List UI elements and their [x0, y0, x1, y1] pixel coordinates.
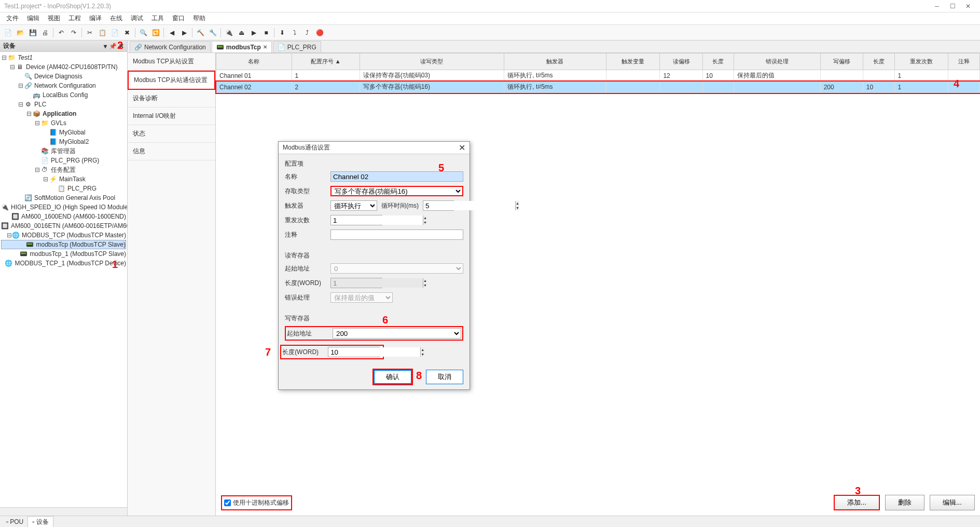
menu-工程[interactable]: 工程 — [64, 14, 85, 23]
panel-close-icon[interactable]: ✕ — [119, 43, 124, 50]
tree-node-AM600_1600END[interactable]: 🔲AM600_1600END (AM600-1600END) — [1, 212, 126, 221]
paste-icon[interactable]: 📄 — [109, 27, 120, 38]
login-icon[interactable]: 🔌 — [223, 27, 234, 38]
menu-帮助[interactable]: 帮助 — [189, 14, 210, 23]
bottom-tab-设备[interactable]: ▫设备 — [27, 516, 53, 528]
undo-icon[interactable]: ↶ — [56, 27, 67, 38]
tree-toggle-icon[interactable]: ⊟ — [9, 63, 16, 71]
dialog-close-icon[interactable]: ✕ — [459, 143, 465, 153]
delete-button[interactable]: 删除 — [885, 495, 924, 510]
side-tab-Internal I/O映射[interactable]: Internal I/O映射 — [128, 107, 215, 125]
cut-icon[interactable]: ✂ — [84, 27, 95, 38]
tab-close-icon[interactable]: ✕ — [263, 44, 267, 50]
write-addr-select[interactable]: 200 — [333, 328, 461, 339]
tree-node-PLC_PRG[interactable]: 📄PLC_PRG (PRG) — [1, 156, 126, 165]
stop-icon[interactable]: ■ — [260, 27, 272, 38]
tree-node-MODBUS_TCP_1[interactable]: 🌐MODBUS_TCP_1 (ModbusTCP Device) — [1, 259, 126, 268]
close-button[interactable]: ✕ — [960, 1, 976, 11]
menu-在线[interactable]: 在线 — [106, 14, 127, 23]
side-tab-状态[interactable]: 状态 — [128, 125, 215, 143]
trigger-select[interactable]: 循环执行 — [330, 200, 377, 211]
step-over-icon[interactable]: ⤵ — [289, 27, 300, 38]
tree-toggle-icon[interactable]: ⊟ — [18, 101, 24, 108]
tree-node-Network[interactable]: ⊟🔗Network Configuration — [1, 81, 126, 90]
table-row[interactable]: Channel 011读保持寄存器(功能码03)循环执行, t#5ms1210保… — [216, 70, 980, 82]
col-header[interactable]: 重发次数 — [894, 53, 948, 70]
tree-node-MainTask[interactable]: ⊟⚡MainTask — [1, 174, 126, 184]
nav-fwd-icon[interactable]: ▶ — [178, 27, 190, 38]
tab-modbusTcp[interactable]: 📟modbusTcp✕ — [212, 41, 272, 52]
tree-node-AM600_0016ETN[interactable]: 🔲AM600_0016ETN (AM600-0016ETP/AM600-0016… — [1, 221, 126, 231]
bottom-tab-POU[interactable]: ▫POU — [2, 517, 27, 526]
menu-文件[interactable]: 文件 — [2, 14, 23, 23]
step-icon[interactable]: ⬇ — [277, 27, 288, 38]
col-header[interactable]: 触发变量 — [606, 53, 660, 70]
col-header[interactable]: 长度 — [863, 53, 894, 70]
side-tab-Modbus TCP从站设置[interactable]: Modbus TCP从站设置 — [128, 53, 215, 71]
edit-button[interactable]: 编辑... — [930, 495, 975, 510]
menu-视图[interactable]: 视图 — [44, 14, 64, 23]
tree-node-任务配置[interactable]: ⊟⏱任务配置 — [1, 165, 126, 174]
tab-Network Configuration[interactable]: 🔗Network Configuration — [130, 41, 211, 52]
nav-back-icon[interactable]: ◀ — [166, 27, 177, 38]
decimal-offset-checkbox[interactable]: 使用十进制格式偏移 — [221, 495, 292, 510]
tree-node-Device[interactable]: 🔍Device Diagnosis — [1, 72, 126, 81]
tree-toggle-icon[interactable]: ⊟ — [1, 54, 7, 61]
tree-node-Device[interactable]: ⊟🖥Device (AM402-CPU1608TP/TN) — [1, 62, 126, 72]
name-input[interactable] — [330, 171, 463, 182]
tree-toggle-icon[interactable]: ⊟ — [7, 232, 12, 239]
rebuild-icon[interactable]: 🔧 — [207, 27, 218, 38]
menu-编译[interactable]: 编译 — [85, 14, 106, 23]
minimize-button[interactable]: ─ — [929, 1, 945, 11]
col-header[interactable]: 长度 — [702, 53, 734, 70]
tree-toggle-icon[interactable]: ⊟ — [26, 110, 32, 117]
tree-toggle-icon[interactable]: ⊟ — [34, 119, 40, 127]
tree-node-MODBUS_TCP[interactable]: ⊟🌐MODBUS_TCP (ModbusTCP Master) — [1, 231, 126, 240]
retry-input[interactable]: ▲▼ — [330, 215, 382, 225]
menu-调试[interactable]: 调试 — [127, 14, 147, 23]
tree-node-modbusTcp[interactable]: 📟modbusTcp (ModbusTCP Slave) — [1, 240, 126, 249]
tree-node-PLC_PRG[interactable]: 📋PLC_PRG — [1, 184, 126, 193]
tree-node-Test1[interactable]: ⊟📁Test1 — [1, 53, 126, 62]
col-header[interactable]: 读写类型 — [360, 53, 504, 70]
new-file-icon[interactable]: 📄 — [2, 27, 13, 38]
maximize-button[interactable]: ☐ — [945, 1, 960, 11]
ok-button[interactable]: 确认 — [374, 370, 412, 384]
tree-node-MyGlobal[interactable]: 📘MyGlobal — [1, 128, 126, 137]
col-header[interactable]: 触发器 — [504, 53, 606, 70]
side-tab-设备诊断[interactable]: 设备诊断 — [128, 90, 215, 107]
open-icon[interactable]: 📂 — [15, 27, 26, 38]
col-header[interactable]: 写偏移 — [820, 53, 863, 70]
redo-icon[interactable]: ↷ — [68, 27, 79, 38]
write-len-input[interactable]: ▲▼ — [328, 347, 380, 357]
panel-pin-icon[interactable]: 📌 — [109, 43, 117, 50]
tree-node-MyGlobal2[interactable]: 📘MyGlobal2 — [1, 137, 126, 146]
step-out-icon[interactable]: ⤴ — [301, 27, 313, 38]
start-icon[interactable]: ▶ — [248, 27, 259, 38]
logout-icon[interactable]: ⏏ — [236, 27, 247, 38]
menu-编辑[interactable]: 编辑 — [23, 14, 44, 23]
add-button[interactable]: 添加... — [834, 495, 880, 510]
tree-node-Application[interactable]: ⊟📦Application — [1, 109, 126, 118]
tab-PLC_PRG[interactable]: 📄PLC_PRG — [273, 41, 321, 52]
menu-窗口[interactable]: 窗口 — [168, 14, 189, 23]
col-header[interactable]: 注释 — [948, 53, 980, 70]
col-header[interactable]: 名称 — [216, 53, 292, 70]
horizontal-scrollbar[interactable] — [0, 507, 127, 516]
side-tab-信息[interactable]: 信息 — [128, 143, 215, 160]
tree-node-GVLs[interactable]: ⊟📁GVLs — [1, 118, 126, 128]
decimal-checkbox-input[interactable] — [224, 499, 231, 506]
tree-toggle-icon[interactable]: ⊟ — [18, 82, 24, 89]
col-header[interactable]: 配置序号 ▲ — [292, 53, 360, 70]
tree-node-库管理器[interactable]: 📚库管理器 — [1, 146, 126, 156]
cycle-time-input[interactable]: ▲▼ — [423, 200, 454, 211]
tree-node-LocalBus[interactable]: 🚌LocalBus Config — [1, 90, 126, 100]
cancel-button[interactable]: 取消 — [426, 370, 463, 384]
side-tab-Modbus TCP从站通信设置[interactable]: Modbus TCP从站通信设置 — [128, 71, 215, 90]
find-icon[interactable]: 🔍 — [137, 27, 149, 38]
table-row[interactable]: Channel 022写多个寄存器(功能码16)循环执行, t#5ms20010… — [216, 82, 980, 93]
breakpoint-icon[interactable]: 🔴 — [314, 27, 325, 38]
delete-icon[interactable]: ✖ — [121, 27, 133, 38]
tree-node-PLC[interactable]: ⊟⚙PLC — [1, 100, 126, 109]
tree-toggle-icon[interactable]: ⊟ — [34, 166, 40, 173]
